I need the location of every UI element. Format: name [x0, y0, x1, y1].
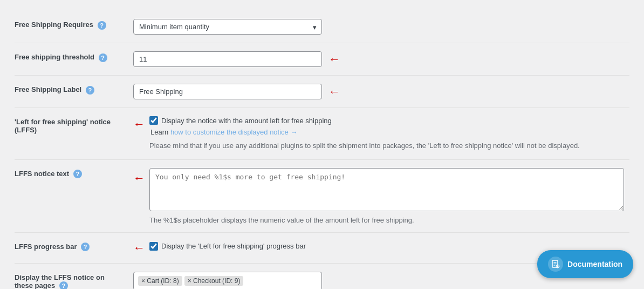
free-shipping-threshold-help[interactable]: ? [99, 53, 107, 62]
lffs-notice-checkbox[interactable] [149, 116, 158, 125]
checkout-tag-label: × Checkout (ID: 9) [188, 277, 241, 285]
lffs-progress-checkbox[interactable] [149, 242, 158, 251]
display-pages-tags-input[interactable]: × Cart (ID: 8) × Checkout (ID: 9) [133, 272, 322, 290]
progress-arrow: ← [133, 241, 145, 255]
documentation-button[interactable]: Documentation [537, 250, 633, 278]
placeholder-note: The %1$s placeholder displays the numeri… [149, 216, 624, 224]
cart-tag-label: × Cart (ID: 8) [141, 277, 179, 285]
free-shipping-threshold-label: Free shipping threshold [15, 53, 94, 61]
documentation-icon [548, 257, 563, 272]
free-shipping-label-input[interactable] [133, 84, 322, 99]
lffs-progress-bar-label: LFFS progress bar [15, 243, 77, 251]
lffs-notice-text-help[interactable]: ? [73, 170, 82, 178]
free-shipping-label-help[interactable]: ? [86, 86, 94, 95]
notice-text-arrow: ← [133, 171, 145, 185]
free-shipping-requires-select-wrapper: Minimum item quantity Minimum order amou… [133, 19, 322, 35]
notice-arrow: ← [133, 117, 145, 131]
documentation-label: Documentation [567, 260, 622, 268]
cart-tag[interactable]: × Cart (ID: 8) [138, 276, 182, 286]
learn-prefix: Learn [150, 128, 170, 136]
free-shipping-requires-help[interactable]: ? [98, 21, 106, 30]
lffs-notice-checkbox-label: Display the notice with the amount left … [161, 117, 332, 125]
free-shipping-threshold-input[interactable] [133, 51, 322, 67]
free-shipping-label-label: Free Shipping Label [15, 85, 81, 93]
lffs-progress-checkbox-label: Display the 'Left for free shipping' pro… [161, 242, 306, 250]
checkout-tag[interactable]: × Checkout (ID: 9) [184, 276, 244, 286]
threshold-arrow: ← [328, 52, 340, 66]
lffs-notice-textarea[interactable] [149, 168, 624, 211]
lffs-notice-text-label: LFFS notice text [15, 170, 69, 178]
lffs-progress-bar-help[interactable]: ? [81, 243, 90, 251]
lffs-notice-info: Please mind that if you use any addition… [149, 140, 580, 151]
display-pages-help[interactable]: ? [59, 281, 68, 289]
lffs-notice-checkbox-row: Display the notice with the amount left … [149, 116, 580, 125]
label-arrow: ← [328, 85, 340, 99]
lffs-notice-label: 'Left for free shipping' notice (LFFS) [15, 118, 111, 134]
free-shipping-requires-label: Free Shipping Requires [15, 21, 93, 29]
learn-link[interactable]: how to customize the displayed notice → [170, 128, 298, 136]
lffs-progress-checkbox-row: Display the 'Left for free shipping' pro… [149, 242, 306, 251]
free-shipping-requires-select[interactable]: Minimum item quantity Minimum order amou… [133, 19, 322, 35]
